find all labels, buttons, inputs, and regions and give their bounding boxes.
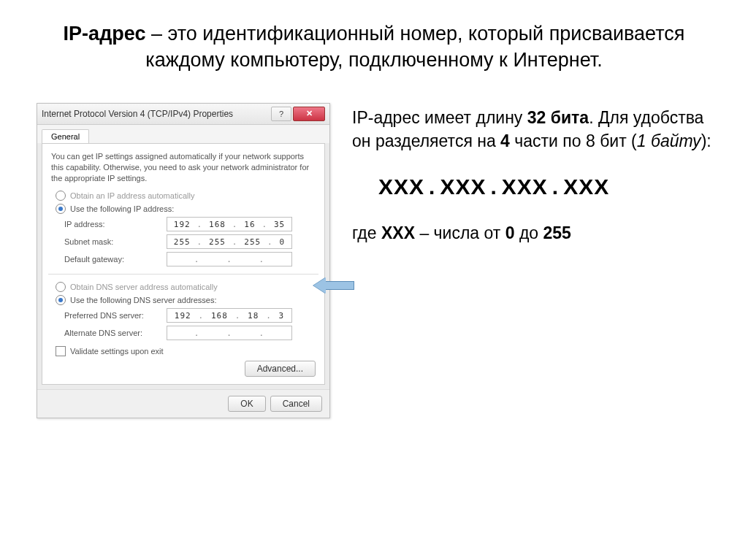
radio-icon	[56, 204, 66, 214]
checkbox-icon	[56, 346, 66, 356]
help-button[interactable]: ?	[271, 107, 291, 121]
radio-icon	[56, 295, 66, 305]
tab-strip: General	[37, 125, 329, 143]
ip-pattern: XXX.XXX.XXX.XXX	[378, 172, 719, 202]
subnet-mask-row: Subnet mask: 255. 255. 255. 0	[64, 234, 316, 249]
radio-use-label: Use the following IP address:	[70, 204, 174, 213]
default-gateway-row: Default gateway: . . .	[64, 252, 316, 266]
tab-body: You can get IP settings assigned automat…	[42, 143, 325, 386]
alternate-dns-input[interactable]: . . .	[167, 326, 292, 340]
explanation-column: IP-адрес имеет длину 32 бита. Для удобст…	[352, 103, 719, 245]
info-text: You can get IP settings assigned automat…	[51, 151, 316, 184]
content-row: Internet Protocol Version 4 (TCP/IPv4) P…	[0, 81, 748, 434]
default-gateway-input[interactable]: . . .	[167, 252, 292, 266]
pointer-arrow-icon	[313, 277, 354, 294]
explanation-line1: IP-адрес имеет длину 32 бита. Для удобст…	[352, 106, 719, 153]
validate-settings-row[interactable]: Validate settings upon exit	[56, 346, 316, 356]
ok-button[interactable]: OK	[228, 396, 265, 412]
validate-settings-label: Validate settings upon exit	[70, 347, 164, 356]
ip-address-label: IP address:	[64, 220, 167, 229]
radio-use-ip[interactable]: Use the following IP address:	[56, 204, 316, 214]
advanced-button[interactable]: Advanced...	[245, 361, 316, 377]
radio-obtain-dns-label: Obtain DNS server address automatically	[70, 283, 218, 291]
radio-icon	[56, 282, 66, 292]
radio-icon	[56, 191, 66, 201]
close-button[interactable]: ✕	[293, 107, 325, 121]
slide-title: IP-адрес – это идентификационный номер, …	[0, 0, 748, 81]
subnet-mask-label: Subnet mask:	[64, 237, 167, 246]
preferred-dns-row: Preferred DNS server: 192. 168. 18. 3	[64, 308, 316, 323]
radio-obtain-dns[interactable]: Obtain DNS server address automatically	[56, 282, 316, 292]
dialog-titlebar: Internet Protocol Version 4 (TCP/IPv4) P…	[37, 104, 329, 125]
dialog-button-row: OK Cancel	[37, 389, 329, 418]
ipv4-properties-dialog: Internet Protocol Version 4 (TCP/IPv4) P…	[37, 103, 330, 419]
preferred-dns-input[interactable]: 192. 168. 18. 3	[167, 308, 292, 323]
radio-obtain-ip[interactable]: Obtain an IP address automatically	[56, 191, 316, 201]
title-bold: IP-адрес	[64, 23, 146, 45]
radio-use-dns[interactable]: Use the following DNS server addresses:	[56, 295, 316, 305]
default-gateway-label: Default gateway:	[64, 255, 167, 264]
dialog-title-text: Internet Protocol Version 4 (TCP/IPv4) P…	[42, 109, 270, 119]
cancel-button[interactable]: Cancel	[270, 396, 322, 412]
separator	[48, 274, 318, 275]
ip-address-row: IP address: 192. 168. 16. 35	[64, 217, 316, 231]
tab-general[interactable]: General	[42, 129, 89, 143]
radio-use-dns-label: Use the following DNS server addresses:	[70, 296, 217, 304]
ip-address-input[interactable]: 192. 168. 16. 35	[167, 217, 292, 231]
preferred-dns-label: Preferred DNS server:	[64, 311, 167, 320]
alternate-dns-row: Alternate DNS server: . . .	[64, 326, 316, 340]
radio-obtain-label: Obtain an IP address automatically	[70, 191, 194, 200]
explanation-line2: где XXX – числа от 0 до 255	[352, 221, 719, 245]
subnet-mask-input[interactable]: 255. 255. 255. 0	[167, 234, 292, 249]
title-rest: – это идентификационный номер, который п…	[145, 23, 684, 71]
alternate-dns-label: Alternate DNS server:	[64, 329, 167, 337]
